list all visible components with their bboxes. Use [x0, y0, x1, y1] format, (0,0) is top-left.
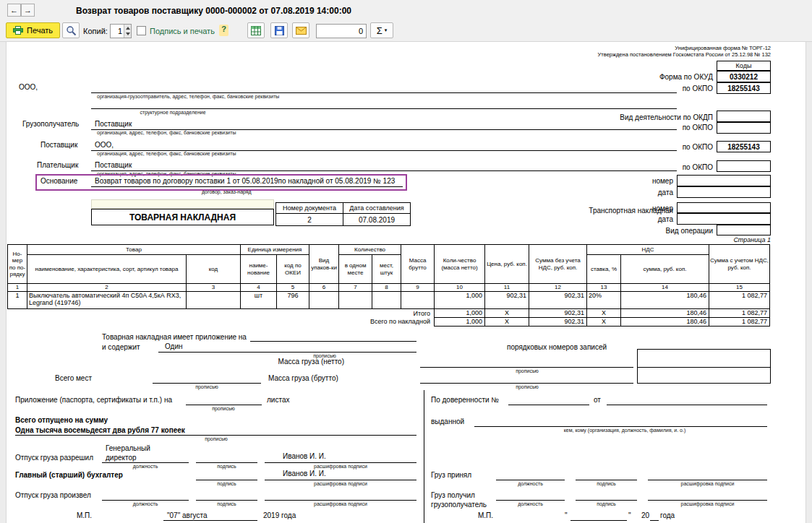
help-badge[interactable]: ? [219, 25, 228, 36]
counter-field[interactable]: 0 [316, 24, 367, 38]
payer-value: Поставщик [95, 161, 132, 169]
sheets-label: листах [267, 396, 289, 404]
attachment-line [186, 405, 262, 405]
copies-label: Копий: [83, 27, 108, 35]
supplier-caption: организация, адрес, телефон, факс, банко… [97, 151, 236, 156]
accepted-decode-caption: расшифровка подписи [648, 481, 767, 486]
th-sum-with-vat: Сумма с учетом НДС, руб. коп. [709, 245, 770, 284]
payer-label: Плательщик [37, 161, 78, 169]
copies-stepper[interactable]: 1 [110, 24, 132, 38]
propisyu-caption-5: прописью [184, 406, 263, 411]
basis-date-label: дата [601, 189, 673, 196]
records-label: порядковых номеров записей [507, 343, 607, 351]
stamp-line-2: Утверждена постановлением Госкомстата Ро… [440, 51, 771, 58]
cell-price: 902,31 [485, 292, 529, 309]
warrant-date-line [607, 405, 767, 405]
struct-caption: структурное подразделение [101, 110, 245, 115]
release-allowed-label: Отпуск груза разрешил [15, 454, 93, 462]
forward-icon: → [24, 6, 32, 14]
made-decode-caption: расшифровка подписи [265, 501, 416, 506]
total-itogo-label: Итого [8, 309, 435, 318]
mass-net-line [420, 367, 633, 368]
cell-in-place [339, 292, 372, 309]
print-button[interactable]: Печать [6, 22, 60, 38]
supplier-label: Поставщик [40, 141, 77, 149]
warrant-number-line [508, 405, 589, 405]
accepted-decode-line [648, 480, 767, 480]
allowed-decode-caption: расшифровка подписи [265, 464, 416, 469]
colnum-2: 2 [27, 284, 187, 292]
propisyu-caption-4: прописью [469, 384, 585, 389]
th-package: Вид упаков-ки [309, 245, 339, 284]
total-vsego-qty: 1,000 [435, 318, 485, 327]
org-value: ООО, [19, 83, 38, 91]
tn-number-label: номер [601, 204, 673, 212]
total-itogo-price: X [485, 309, 529, 318]
doc-date-value: 07.08.2019 [343, 214, 411, 226]
save-button[interactable] [270, 22, 288, 38]
position-line1: Генеральный [106, 444, 150, 452]
th-price: Цена, руб. коп. [485, 245, 529, 284]
basis-number-label: номер [601, 177, 673, 185]
increment-icon[interactable] [126, 27, 130, 30]
accountant-decode-caption: расшифровка подписи [265, 481, 416, 486]
goods-table: Но-мер по по-рядку Товар Единица измерен… [7, 244, 770, 327]
basis-label: Основание [40, 177, 77, 185]
year-right-line [650, 520, 659, 521]
preview-button[interactable] [62, 22, 80, 38]
decrement-icon[interactable] [126, 33, 130, 35]
th-unit-name: наиме-нование [241, 255, 277, 284]
mass-words-box [637, 349, 771, 384]
attach-label: Товарная накладная имеет приложение на [102, 333, 247, 341]
total-itogo-vat-rate: X [587, 309, 621, 318]
table-settings-button[interactable] [247, 22, 265, 38]
accountant-sign-line [196, 480, 257, 480]
quote-open: " [565, 511, 568, 519]
copies-value: 1 [111, 25, 124, 38]
print-label: Печать [27, 26, 53, 35]
colnum-5: 5 [277, 284, 309, 292]
propisyu-caption-6: прописью [173, 436, 260, 441]
magnifier-icon [66, 25, 77, 36]
accepted-position-line [496, 480, 565, 480]
th-sum-wo-vat: Сумма без учета НДС, руб. коп. [529, 245, 587, 284]
email-button[interactable] [292, 22, 309, 38]
colnum-15: 15 [709, 284, 770, 292]
cell-places [372, 292, 401, 309]
back-button[interactable]: ← [7, 4, 21, 17]
sign-print-checkbox[interactable] [137, 26, 146, 35]
mass-net-label: Масса груза (нетто) [267, 358, 344, 366]
cell-okei: 796 [277, 292, 309, 309]
stamp-mp-left: М.П. [77, 511, 92, 519]
total-sum-label: Всего отпущено на сумму [15, 416, 108, 424]
accepted-sign-line [576, 480, 637, 480]
doc-number-header: Номер документа [276, 203, 343, 214]
cargo-received-label-2: грузополучатель [431, 501, 487, 509]
sum-button[interactable]: Σ▾ [370, 22, 393, 38]
supplier-value: ООО, [95, 141, 114, 149]
stepper-arrows[interactable] [124, 25, 131, 38]
forward-button[interactable]: → [21, 4, 35, 17]
sigma-icon: Σ [377, 25, 383, 36]
total-itogo-vat-sum: 180,46 [621, 309, 709, 318]
basis-number-box [677, 175, 771, 186]
year-right-prefix: 20 [641, 511, 649, 519]
total-itogo-qty: 1,000 [435, 309, 485, 318]
th-quantity: Количество [339, 245, 401, 255]
date-right-line [570, 520, 627, 521]
th-vat-sum: сумма, руб. коп. [621, 255, 709, 284]
issued-caption: кем, кому (организация, должность, фамил… [505, 428, 744, 433]
th-goods-name: наименование, характеристика, сорт, арти… [27, 255, 187, 284]
received-position-line [496, 500, 565, 501]
colnum-7: 7 [339, 284, 372, 292]
colnum-11: 11 [485, 284, 529, 292]
colnum-8: 8 [372, 284, 401, 292]
th-goods-code: код [187, 255, 241, 284]
places-line [153, 383, 261, 384]
colnum-10: 10 [435, 284, 485, 292]
cell-quantity: 1,000 [435, 292, 485, 309]
basis-line [91, 186, 403, 187]
date-words-left: "07" августа [167, 511, 207, 519]
cell-sum: 902,31 [529, 292, 587, 309]
made-sign-line [196, 500, 257, 501]
